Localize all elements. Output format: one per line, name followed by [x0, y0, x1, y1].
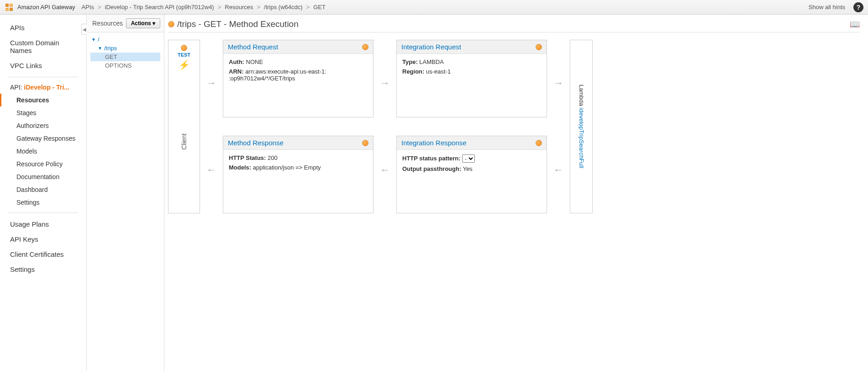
test-dot-icon	[181, 45, 187, 51]
integration-response-card: Integration Response HTTP status pattern…	[396, 136, 547, 213]
integration-response-link[interactable]: Integration Response	[401, 139, 467, 147]
dot-icon	[536, 140, 542, 146]
passthrough-value: Yes	[463, 165, 473, 172]
lambda-name[interactable]: idevelopTripSearchFull	[578, 108, 585, 168]
arrow-right-icon: →	[553, 77, 563, 89]
lambda-prefix: Lambda	[578, 85, 585, 108]
svg-rect-1	[10, 4, 13, 7]
integration-request-link[interactable]: Integration Request	[401, 43, 461, 51]
type-label: Type:	[402, 58, 418, 65]
resources-panel: Resources Actions ▾ ▼/ ▼/trips GET OPTIO…	[87, 15, 164, 371]
subnav-models[interactable]: Models	[0, 145, 86, 158]
models-label: Models:	[229, 164, 251, 171]
http-status-value: 200	[268, 154, 278, 161]
crumb-api-name[interactable]: iDevelop - Trip Search API (op9h7012w4)	[105, 4, 214, 11]
passthrough-label: Output passthrough:	[402, 165, 461, 172]
show-hints-link[interactable]: Show all hints	[809, 4, 845, 11]
tree-get[interactable]: GET	[90, 53, 160, 61]
auth-value: NONE	[246, 58, 263, 65]
tree-options[interactable]: OPTIONS	[90, 61, 160, 70]
crumb-method[interactable]: GET	[313, 4, 326, 11]
tree-root[interactable]: ▼/	[90, 35, 160, 44]
service-name: Amazon API Gateway	[17, 4, 75, 11]
client-label: Client	[180, 133, 188, 150]
subnav-gateway-responses[interactable]: Gateway Responses	[0, 132, 86, 145]
resources-title: Resources	[92, 20, 123, 27]
nav-usage-plans[interactable]: Usage Plans	[0, 217, 86, 232]
nav-vpc-links[interactable]: VPC Links	[0, 58, 86, 73]
svg-rect-2	[5, 8, 9, 11]
subnav-resource-policy[interactable]: Resource Policy	[0, 158, 86, 170]
arrow-left-icon: ←	[553, 164, 563, 176]
dot-icon	[536, 44, 542, 50]
region-label: Region:	[402, 68, 424, 75]
nav-api-keys[interactable]: API Keys	[0, 232, 86, 247]
method-response-card: Method Response HTTP Status: 200 Models:…	[223, 136, 374, 213]
page-title: /trips - GET - Method Execution	[177, 19, 299, 29]
main-content: /trips - GET - Method Execution 📖 TEST ⚡…	[164, 15, 868, 371]
arrow-left-icon: ←	[380, 164, 390, 176]
arn-label: ARN:	[229, 68, 244, 75]
pattern-select[interactable]: -	[462, 154, 475, 163]
pattern-label: HTTP status pattern:	[402, 155, 461, 162]
nav-settings-bottom[interactable]: Settings	[0, 262, 86, 277]
crumb-path[interactable]: /trips (w64cdc)	[264, 4, 303, 11]
actions-button[interactable]: Actions ▾	[126, 18, 160, 28]
http-status-label: HTTP Status:	[229, 154, 266, 161]
subnav-settings[interactable]: Settings	[0, 196, 86, 209]
svg-rect-3	[10, 8, 13, 11]
help-icon[interactable]: ?	[853, 2, 863, 12]
arrow-right-icon: →	[380, 77, 390, 89]
method-response-link[interactable]: Method Response	[228, 139, 284, 147]
subnav-resources[interactable]: Resources	[0, 94, 86, 106]
status-dot-icon	[168, 21, 174, 27]
nav-client-certificates[interactable]: Client Certificates	[0, 247, 86, 262]
resource-tree: ▼/ ▼/trips GET OPTIONS	[87, 32, 164, 73]
tree-trips[interactable]: ▼/trips	[90, 44, 160, 53]
lambda-box[interactable]: Lambda idevelopTripSearchFull	[570, 40, 593, 213]
dot-icon	[362, 140, 368, 146]
region-value: us-east-1	[426, 68, 451, 75]
method-request-link[interactable]: Method Request	[228, 43, 278, 51]
test-label: TEST	[178, 52, 190, 58]
method-request-card: Method Request Auth: NONE ARN: arn:aws:e…	[223, 40, 374, 117]
arn-value: arn:aws:execute-api:us-east-1: :op9h7012…	[229, 68, 326, 82]
dot-icon	[362, 44, 368, 50]
subnav-authorizers[interactable]: Authorizers	[0, 119, 86, 132]
bolt-icon: ⚡	[179, 59, 190, 70]
client-box[interactable]: TEST ⚡ Client	[168, 40, 200, 213]
type-value: LAMBDA	[419, 58, 443, 65]
api-name: iDevelop - Tri...	[24, 84, 69, 91]
gateway-icon	[5, 3, 14, 12]
api-label: API: iDevelop - Tri...	[0, 81, 86, 94]
nav-apis[interactable]: APIs	[0, 20, 86, 35]
subnav-dashboard[interactable]: Dashboard	[0, 183, 86, 196]
auth-label: Auth:	[229, 58, 244, 65]
book-icon[interactable]: 📖	[850, 19, 860, 29]
crumb-apis[interactable]: APIs	[81, 4, 94, 11]
models-value: application/json => Empty	[253, 164, 321, 171]
subnav-stages[interactable]: Stages	[0, 106, 86, 119]
nav-custom-domain[interactable]: Custom Domain Names	[0, 35, 86, 58]
top-bar: Amazon API Gateway APIs> iDevelop - Trip…	[0, 0, 868, 15]
arrow-left-icon: ←	[206, 164, 216, 176]
chevron-down-icon: ▾	[153, 20, 155, 26]
subnav-documentation[interactable]: Documentation	[0, 170, 86, 183]
svg-rect-0	[5, 4, 9, 7]
crumb-resources[interactable]: Resources	[225, 4, 253, 11]
sidebar-collapse-handle[interactable]: ◀	[81, 24, 87, 35]
integration-request-card: Integration Request Type: LAMBDA Region:…	[396, 40, 547, 117]
left-sidebar: APIs Custom Domain Names VPC Links API: …	[0, 15, 87, 371]
service-logo: Amazon API Gateway	[5, 3, 75, 12]
arrow-right-icon: →	[206, 77, 216, 89]
breadcrumb: APIs> iDevelop - Trip Search API (op9h70…	[81, 4, 325, 11]
